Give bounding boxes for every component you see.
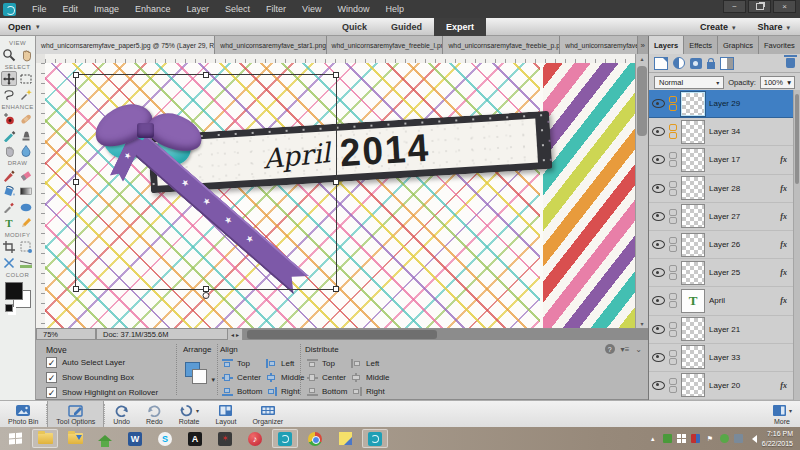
layer-row[interactable]: Layer 17 fx: [649, 146, 793, 174]
zoom-tool[interactable]: [1, 47, 17, 62]
right-arrow-icon[interactable]: ▸: [236, 331, 239, 338]
distribute-center-button[interactable]: Center: [307, 371, 351, 384]
blend-mode-select[interactable]: Normal▾: [654, 76, 724, 89]
new-group-icon[interactable]: [690, 58, 702, 69]
tab-guided[interactable]: Guided: [379, 18, 434, 36]
app-logo-icon[interactable]: [3, 3, 16, 16]
scroll-down-icon[interactable]: ▾: [636, 320, 648, 327]
layer-row[interactable]: Layer 20 fx: [649, 372, 793, 400]
new-adjustment-layer-icon[interactable]: [673, 57, 685, 69]
restore-button[interactable]: [748, 0, 771, 13]
menu-filter[interactable]: Filter: [258, 4, 294, 14]
menu-view[interactable]: View: [294, 4, 329, 14]
layer-thumbnail[interactable]: [681, 148, 705, 172]
downloads-folder-taskbar-icon[interactable]: [62, 429, 88, 448]
layer-mask-icon[interactable]: [720, 57, 734, 70]
delete-layer-icon[interactable]: [786, 58, 795, 68]
foreground-color-swatch[interactable]: [5, 282, 23, 300]
recompose-tool[interactable]: [18, 239, 34, 254]
smudge-tool[interactable]: [1, 143, 17, 158]
tray-shield-icon[interactable]: [663, 434, 672, 443]
distribute-middle-button[interactable]: Middle: [351, 371, 395, 384]
layer-thumbnail[interactable]: [681, 345, 705, 369]
distribute-bottom-button[interactable]: Bottom: [307, 385, 351, 398]
resize-handle[interactable]: [333, 72, 339, 78]
resize-handle[interactable]: [73, 72, 79, 78]
layer-thumbnail[interactable]: [681, 92, 705, 116]
rotate-anchor[interactable]: [203, 292, 210, 299]
taskbar-clock[interactable]: 7:16 PM 6/22/2015: [762, 429, 796, 447]
layer-row[interactable]: Layer 27 fx: [649, 203, 793, 231]
red-eye-tool[interactable]: [1, 111, 17, 126]
fx-badge[interactable]: fx: [780, 212, 790, 221]
scroll-up-icon[interactable]: ▴: [636, 55, 648, 62]
layer-row[interactable]: T April fx: [649, 287, 793, 315]
menu-layer[interactable]: Layer: [179, 4, 218, 14]
photoshop-elements-taskbar-icon[interactable]: [272, 429, 298, 448]
straighten-tool[interactable]: [18, 255, 34, 270]
homegroup-taskbar-icon[interactable]: [92, 429, 118, 448]
photoshop-elements-2-taskbar-icon[interactable]: [362, 429, 388, 448]
opacity-select[interactable]: 100%▾: [760, 76, 795, 89]
checkbox-icon[interactable]: ✓: [46, 387, 57, 398]
move-tool[interactable]: [1, 71, 17, 86]
lasso-tool[interactable]: [1, 87, 17, 102]
zoom-level[interactable]: 75%: [36, 329, 96, 340]
layer-row[interactable]: Layer 26 fx: [649, 231, 793, 259]
auto-select-layer-checkbox[interactable]: ✓Auto Select Layer: [46, 357, 158, 368]
resize-handle[interactable]: [73, 286, 79, 292]
status-arrows[interactable]: ◂ ▸: [228, 329, 243, 340]
chrome-taskbar-icon[interactable]: [302, 429, 328, 448]
layer-thumbnail[interactable]: [681, 233, 705, 257]
layer-row[interactable]: Layer 34: [649, 118, 793, 146]
share-button[interactable]: Share▾: [757, 22, 790, 32]
align-right-button[interactable]: Right: [266, 385, 310, 398]
visibility-eye-icon[interactable]: [652, 268, 665, 277]
resize-handle[interactable]: [333, 179, 339, 185]
align-top-button[interactable]: Top: [222, 357, 266, 370]
app-a-taskbar-icon[interactable]: A: [182, 429, 208, 448]
panel-menu-icon[interactable]: ▾≡: [621, 345, 630, 354]
text-layer-thumbnail[interactable]: T: [681, 289, 705, 313]
fx-badge[interactable]: fx: [780, 155, 790, 164]
arrange-button[interactable]: ▾: [185, 362, 215, 386]
document-tab[interactable]: whd_unicornsaremyfave_paper5.jpg @ 75% (…: [36, 36, 215, 54]
tray-flag-icon[interactable]: ⚑: [705, 434, 715, 444]
distribute-top-button[interactable]: Top: [307, 357, 351, 370]
document-tab[interactable]: whd_unicornsaremyfave_fr: [560, 36, 637, 54]
fx-badge[interactable]: fx: [780, 184, 790, 193]
fx-badge[interactable]: fx: [780, 268, 790, 277]
menu-help[interactable]: Help: [377, 4, 412, 14]
visibility-eye-icon[interactable]: [652, 99, 665, 108]
tray-expand-icon[interactable]: ▴: [648, 434, 658, 444]
layer-row[interactable]: Layer 25 fx: [649, 259, 793, 287]
skype-taskbar-icon[interactable]: S: [152, 429, 178, 448]
tray-network-icon[interactable]: [734, 434, 743, 443]
start-button[interactable]: [0, 427, 30, 450]
spot-healing-tool[interactable]: [18, 111, 34, 126]
more-button[interactable]: ▾ More: [764, 401, 800, 427]
brush-tool[interactable]: [1, 167, 17, 182]
menu-image[interactable]: Image: [86, 4, 127, 14]
document-canvas[interactable]: April 2014 ★ ★ ★ ★ ★: [45, 63, 635, 328]
show-highlight-checkbox[interactable]: ✓Show Highlight on Rollover: [46, 387, 158, 398]
rotate-button[interactable]: ▾ Rotate: [171, 401, 208, 427]
open-button[interactable]: Open ▾: [8, 22, 40, 32]
align-left-button[interactable]: Left: [266, 357, 310, 370]
resize-handle[interactable]: [73, 179, 79, 185]
photo-bin-button[interactable]: Photo Bin: [0, 401, 46, 427]
tab-graphics[interactable]: Graphics: [718, 36, 759, 54]
tab-expert[interactable]: Expert: [434, 18, 486, 36]
vertical-scrollbar[interactable]: ▴ ▾: [635, 54, 648, 328]
visibility-eye-icon[interactable]: [652, 127, 665, 136]
layer-thumbnail[interactable]: [681, 204, 705, 228]
menu-select[interactable]: Select: [217, 4, 258, 14]
marquee-tool[interactable]: [18, 71, 34, 86]
visibility-eye-icon[interactable]: [652, 381, 665, 390]
redo-button[interactable]: Redo: [138, 401, 171, 427]
scrollbar-thumb[interactable]: [795, 94, 799, 184]
align-bottom-button[interactable]: Bottom: [222, 385, 266, 398]
smart-brush-tool[interactable]: [1, 127, 17, 142]
magic-wand-tool[interactable]: [18, 87, 34, 102]
organizer-button[interactable]: Organizer: [244, 401, 291, 427]
